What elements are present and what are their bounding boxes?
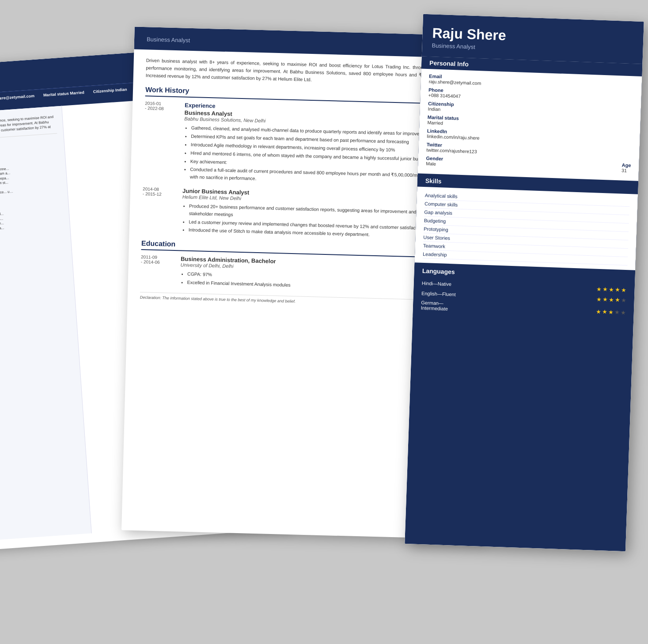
rb-summary: Driven business analyst with 8+ years of… <box>0 112 57 143</box>
rm-job2-dates: 2014-08- 2015-12 <box>143 186 183 197</box>
rf-header: Raju Shere Business Analyst <box>422 14 644 64</box>
rf-lang-hindi-stars: ★ ★ ★ ★ ★ <box>596 286 626 293</box>
rf-lang-german-name: German—Intermediate <box>421 300 448 311</box>
resume-front: Raju Shere Business Analyst Personal Inf… <box>405 14 644 552</box>
rb-job1-bullets: Gathered, cleaned, and analysed multi-ch… <box>0 163 61 199</box>
rb-edu-1: 2011-09 - 2014-06 Business Administratio… <box>0 242 66 274</box>
rf-body: Personal Info Email raju.shere@zetymail.… <box>405 57 642 552</box>
rf-lang-hindi-name: Hindi—Native <box>422 280 452 286</box>
rb-marital: Marital status Married <box>43 90 85 97</box>
rm-job1-dates: 2016-01- 2022-08 <box>145 101 185 112</box>
rf-gender-col: Gender Male <box>426 155 443 167</box>
rf-lang-english-name: English—Fluent <box>421 290 456 297</box>
rf-gender: Male <box>426 161 443 167</box>
rf-skills-section: Analytical skills Computer skills Gap an… <box>414 186 638 270</box>
rb-citizenship: Citizenship Indian <box>93 87 127 94</box>
rb-job-2: 2014-08 - 2015-12 Junior Business Analys… <box>0 194 64 235</box>
rb-job-1: 2016-01 - 2022-08 Business Analyst Babhu… <box>0 150 61 200</box>
scene: Raju Shere Business Analyst Phone +088 3… <box>0 0 648 644</box>
rm-edu-dates: 2011-09- 2014-06 <box>141 254 181 265</box>
rf-lang-english-stars: ★ ★ ★ ★ ★ <box>596 296 626 303</box>
rb-email: Email raju.shere@zetymail.com <box>0 94 34 102</box>
rf-age: 31 <box>621 168 631 174</box>
rf-personal-info: Email raju.shere@zetymail.com Phone +088… <box>417 69 642 181</box>
rf-age-col: Age 31 <box>621 163 631 174</box>
rf-lang-section: Languages Hindi—Native ★ ★ ★ ★ ★ English… <box>413 263 635 323</box>
rf-lang-german-stars: ★ ★ ★ ★ ★ <box>596 308 626 315</box>
